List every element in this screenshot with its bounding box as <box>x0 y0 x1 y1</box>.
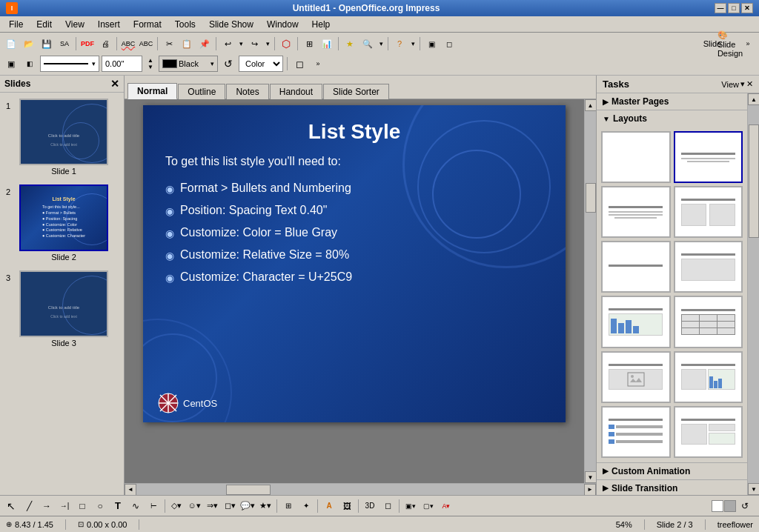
layout-blank[interactable] <box>601 131 671 183</box>
autocorrect-button[interactable]: ABC <box>138 36 154 52</box>
line-color-button[interactable]: Black ▾ <box>159 56 218 72</box>
scroll-left-button[interactable]: ◄ <box>125 484 136 496</box>
connector-tool[interactable]: ⊢ <box>145 498 162 514</box>
spellcheck-button[interactable]: ABC <box>120 36 136 52</box>
fontwork-button[interactable]: A <box>321 498 337 514</box>
font-color-btn-draw[interactable]: A▾ <box>438 498 454 514</box>
line-style-select[interactable]: ▾ <box>40 56 99 72</box>
scroll-track-horizontal[interactable] <box>136 484 584 495</box>
undo-button[interactable]: ↩ <box>219 36 236 52</box>
layout-text-chart[interactable] <box>674 351 743 403</box>
basic-shapes-button[interactable]: ◇▾ <box>168 498 185 514</box>
maximize-button[interactable]: □ <box>728 3 740 13</box>
tasks-view-button[interactable]: View ▾ ✕ <box>721 79 753 89</box>
help-dropdown[interactable]: ▾ <box>409 36 417 52</box>
copy-button[interactable]: 📋 <box>179 36 195 52</box>
tasks-scrollbar[interactable]: ▲ ▼ <box>747 93 759 495</box>
layout-two-content[interactable] <box>674 186 743 238</box>
layout-title-object[interactable] <box>601 351 671 403</box>
tasks-scroll-thumb[interactable] <box>749 124 759 238</box>
menu-help[interactable]: Help <box>306 18 337 31</box>
slide-thumb-3[interactable]: Click to add title Click to add text <box>19 270 108 337</box>
color-refresh-button[interactable]: ↺ <box>220 56 236 72</box>
layout-centered-text[interactable] <box>674 241 743 293</box>
toggle-3d-button[interactable]: 3D <box>362 498 378 514</box>
find-dropdown[interactable]: ▾ <box>377 36 385 52</box>
insertchart-button[interactable]: 📊 <box>319 36 335 52</box>
slide-item-1[interactable]: 1 Click to add title Click to add text S… <box>6 99 118 176</box>
shadow-toggle[interactable]: ◻ <box>291 56 308 72</box>
fill-color-btn-draw[interactable]: ▣▾ <box>402 498 419 514</box>
menu-tools[interactable]: Tools <box>169 18 202 31</box>
line-width-spin[interactable]: ▲▼ <box>145 56 156 72</box>
scroll-track-vertical[interactable] <box>585 111 596 471</box>
shadow3-button[interactable]: ◻ <box>441 36 457 52</box>
scroll-right-button[interactable]: ► <box>584 484 596 496</box>
curve-tool[interactable]: ∿ <box>127 498 144 514</box>
layout-title-chart[interactable] <box>601 296 671 348</box>
tab-slide-sorter[interactable]: Slide Sorter <box>323 84 389 99</box>
line-style-prev[interactable]: ▣ <box>3 56 19 72</box>
palette-white[interactable] <box>712 500 723 512</box>
palette-gray[interactable] <box>724 500 736 512</box>
minimize-button[interactable]: — <box>715 3 726 13</box>
impress-icon[interactable]: ⬡ <box>278 36 294 52</box>
paste-button[interactable]: 📌 <box>196 36 213 52</box>
horizontal-scrollbar[interactable]: ◄ ► <box>125 483 596 495</box>
slide-item-2[interactable]: 2 List Style To get this list style... ●… <box>6 184 118 262</box>
stars-button[interactable]: ★ <box>342 36 358 52</box>
table-button[interactable]: ⊞ <box>301 36 317 52</box>
color-mode-select[interactable]: Color <box>239 56 283 72</box>
tab-notes[interactable]: Notes <box>226 84 268 99</box>
layout-title-only[interactable] <box>601 241 671 293</box>
tasks-master-pages-header[interactable]: ▶ Master Pages <box>597 93 747 110</box>
slide-design-button[interactable]: 🎨 Slide Design <box>722 36 738 52</box>
close-button[interactable]: ✕ <box>741 3 753 13</box>
shadow2-button[interactable]: ▣ <box>423 36 440 52</box>
tasks-scroll-down[interactable]: ▼ <box>748 483 759 495</box>
redo-button[interactable]: ↪ <box>246 36 262 52</box>
scroll-thumb-horizontal[interactable] <box>226 485 271 495</box>
shadow-button[interactable]: ◻ <box>380 498 396 514</box>
arrow-tool[interactable]: → <box>39 498 55 514</box>
helpagent-button[interactable]: ? <box>391 36 408 52</box>
vertical-scrollbar[interactable]: ▲ ▼ <box>584 99 596 483</box>
slide-scroll-area[interactable]: List Style To get this list style you'll… <box>125 99 584 483</box>
tasks-scroll-up[interactable]: ▲ <box>748 93 759 105</box>
tasks-close-icon[interactable]: ✕ <box>746 79 753 89</box>
undo-dropdown[interactable]: ▾ <box>237 36 245 52</box>
tasks-custom-animation-header[interactable]: ▶ Custom Animation <box>597 463 747 479</box>
snap-button[interactable]: ⊞ <box>280 498 296 514</box>
cursor-tool[interactable]: ↖ <box>3 498 19 514</box>
toolbar-expand[interactable]: » <box>740 36 756 52</box>
cut-button[interactable]: ✂ <box>161 36 177 52</box>
layout-title-list[interactable] <box>601 186 671 238</box>
export-pdf-button[interactable]: PDF <box>79 36 96 52</box>
arrow-end-tool[interactable]: →| <box>56 498 73 514</box>
slide-thumb-1[interactable]: Click to add title Click to add text <box>19 99 108 165</box>
layout-title-bars[interactable] <box>601 406 671 458</box>
slides-panel-close[interactable]: ✕ <box>110 78 119 90</box>
text-tool[interactable]: T <box>110 498 126 514</box>
palette-undo[interactable]: ↺ <box>737 498 753 514</box>
layout-title-content[interactable] <box>674 131 743 183</box>
main-slide[interactable]: List Style To get this list style you'll… <box>143 105 566 422</box>
menu-edit[interactable]: Edit <box>30 18 58 31</box>
layout-title-table[interactable] <box>674 296 743 348</box>
tab-normal[interactable]: Normal <box>127 83 177 99</box>
layout-mixed[interactable] <box>674 406 743 458</box>
open-button[interactable]: 📂 <box>21 36 37 52</box>
redo-dropdown[interactable]: ▾ <box>264 36 271 52</box>
scroll-thumb-vertical[interactable] <box>586 183 596 213</box>
menu-view[interactable]: View <box>59 18 90 31</box>
menu-slideshow[interactable]: Slide Show <box>203 18 259 31</box>
line-width-input[interactable] <box>102 56 142 72</box>
line-color-btn-draw[interactable]: ▢▾ <box>420 498 437 514</box>
tab-outline[interactable]: Outline <box>178 84 225 99</box>
slide-item-3[interactable]: 3 Click to add title Click to add text S… <box>6 270 118 348</box>
gluepoints-button[interactable]: ✦ <box>298 498 314 514</box>
format-object[interactable]: ◧ <box>21 56 38 72</box>
insert-image-button[interactable]: 🖼 <box>339 498 355 514</box>
flowchart-button[interactable]: ◻▾ <box>222 498 238 514</box>
save-as-button[interactable]: SA <box>56 36 73 52</box>
